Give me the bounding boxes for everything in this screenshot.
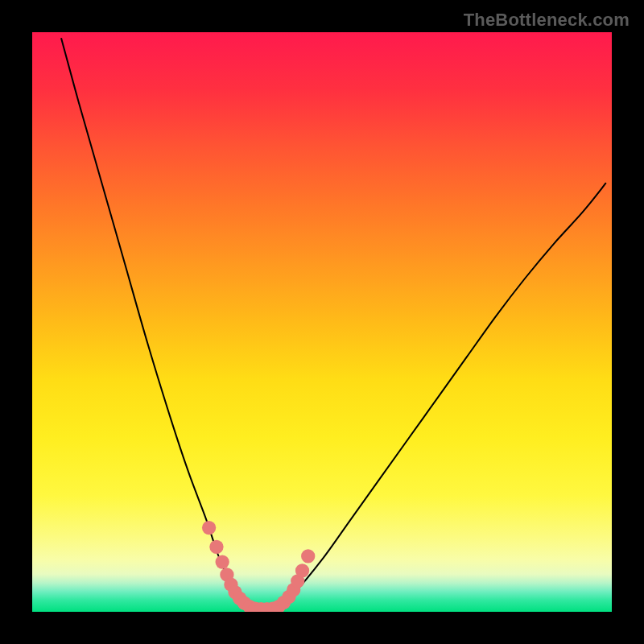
left-curve — [61, 38, 253, 609]
right-curve — [275, 183, 605, 609]
data-marker — [295, 564, 309, 577]
data-markers — [202, 521, 315, 612]
data-marker — [209, 540, 223, 554]
chart-svg — [32, 32, 612, 612]
data-marker — [216, 555, 229, 568]
data-marker — [202, 521, 216, 535]
curve-lines — [61, 38, 606, 609]
data-marker — [301, 549, 315, 563]
chart-container: TheBottleneck.com — [0, 0, 644, 644]
plot-area — [32, 32, 612, 612]
watermark-text: TheBottleneck.com — [464, 10, 630, 31]
